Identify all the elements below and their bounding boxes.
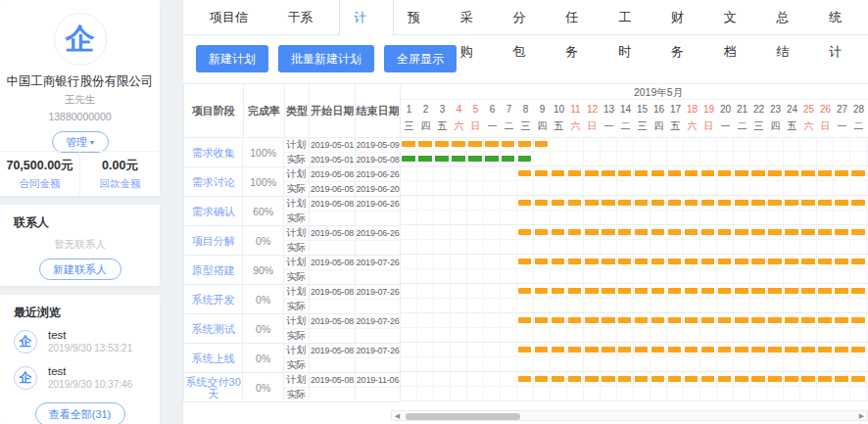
- end-date: [356, 270, 401, 284]
- stage-name-link[interactable]: 需求确认: [184, 197, 243, 225]
- header-progress: 完成率: [244, 84, 285, 137]
- gantt-day-number: 22: [750, 100, 767, 118]
- gantt-weekday: 日: [700, 118, 717, 137]
- tab-subcontract[interactable]: 分包: [500, 0, 553, 35]
- contract-amount-label[interactable]: 合同金额: [0, 177, 79, 191]
- end-date: [356, 212, 401, 225]
- header-stage: 项目阶段: [184, 84, 244, 137]
- actual-subrow: 实际: [284, 300, 401, 313]
- actual-subrow: 实际2019-06-052019-06-20: [284, 182, 401, 196]
- plan-subrow: 计划2019-05-082019-06-26: [284, 167, 401, 182]
- progress-value: 100%: [243, 138, 284, 166]
- gantt-weekday: 四: [534, 118, 551, 137]
- type-label: 计划: [284, 256, 310, 269]
- actual-subrow: 实际: [284, 270, 401, 284]
- type-label: 计划: [284, 344, 310, 357]
- gantt-weekday: 二: [850, 118, 867, 137]
- type-label: 计划: [284, 314, 310, 328]
- tab-work-hours[interactable]: 工时: [604, 0, 657, 35]
- contact-name: 王先生: [0, 93, 160, 107]
- tab-summary[interactable]: 总结: [762, 0, 815, 35]
- gantt-grid-body: [401, 137, 868, 401]
- stage-name-link[interactable]: 项目分解: [184, 226, 243, 255]
- scroll-right-arrow-icon[interactable]: ▶: [856, 411, 867, 420]
- stage-row: 系统测试0%计划2019-05-082019-07-26实际: [184, 314, 401, 344]
- recent-item[interactable]: 企test2019/9/30 10:37:46: [0, 357, 160, 394]
- recent-item-name: test: [48, 329, 132, 341]
- stage-subrows: 计划2019-05-082019-06-26实际2019-06-052019-0…: [284, 167, 401, 196]
- gantt-scrollbar[interactable]: ◀ ▶: [391, 410, 868, 421]
- tab-plan[interactable]: 计划: [339, 0, 394, 35]
- tab-project-info[interactable]: 项目信息: [196, 0, 274, 35]
- recent-item[interactable]: 企test2019/9/30 13:53:21: [0, 321, 160, 357]
- view-all-button[interactable]: 查看全部(31): [35, 402, 125, 424]
- tab-tasks[interactable]: 任务: [552, 0, 604, 35]
- recent-item-text: test2019/9/30 10:37:46: [48, 365, 132, 390]
- type-label: 实际: [284, 358, 310, 372]
- gantt-day-row: 1234567891011121314151617181920212223242…: [401, 100, 867, 118]
- tab-budget[interactable]: 预算: [394, 0, 447, 35]
- plan-subrow: 计划2019-05-012019-05-09: [284, 138, 401, 153]
- end-date: 2019-07-26: [356, 314, 401, 328]
- gantt-weekday: 日: [817, 118, 834, 137]
- gantt-bar-plan[interactable]: [518, 288, 868, 294]
- start-date: 2019-06-05: [310, 182, 356, 196]
- gantt-fixed-body: 需求收集100%计划2019-05-012019-05-09实际2019-05-…: [184, 138, 401, 402]
- stage-subrows: 计划2019-05-082019-07-26实际: [284, 344, 401, 372]
- start-date: 2019-05-01: [310, 138, 356, 152]
- stage-name-link[interactable]: 系统上线: [184, 344, 243, 372]
- start-date: 2019-05-08: [310, 197, 356, 211]
- plan-subrow: 计划2019-05-082019-07-26: [284, 285, 401, 300]
- stage-name-link[interactable]: 需求讨论: [184, 167, 243, 196]
- recent-item-text: test2019/9/30 13:53:21: [48, 329, 132, 353]
- gantt-day-number: 2: [417, 100, 434, 118]
- gantt-bar-plan[interactable]: [518, 170, 868, 176]
- new-plan-button[interactable]: 新建计划: [196, 45, 268, 72]
- gantt-day-number: 27: [834, 100, 850, 118]
- received-amount-label[interactable]: 回款金额: [80, 177, 160, 191]
- stage-name-link[interactable]: 需求收集: [184, 138, 243, 166]
- company-logo-icon: 企: [14, 330, 37, 353]
- tab-procurement[interactable]: 采购: [447, 0, 500, 35]
- gantt-weekday: 一: [484, 118, 501, 137]
- caret-down-icon: ▾: [90, 138, 94, 147]
- progress-value: 0%: [243, 226, 284, 255]
- stage-name-link[interactable]: 系统开发: [184, 285, 243, 313]
- stage-subrows: 计划2019-05-082019-06-26实际: [284, 197, 401, 225]
- new-contact-button[interactable]: 新建联系人: [39, 259, 121, 280]
- stage-name-link[interactable]: 系统交付30天: [184, 373, 243, 401]
- gantt-bar-plan[interactable]: [518, 259, 868, 264]
- gantt-weekday: 三: [517, 118, 534, 137]
- gantt-day-number: 14: [617, 100, 634, 118]
- recent-card: 最近浏览 企test2019/9/30 13:53:21企test2019/9/…: [0, 295, 160, 424]
- gantt-day-number: 9: [534, 100, 551, 118]
- manage-button[interactable]: 管理 ▾: [52, 131, 109, 153]
- scroll-left-arrow-icon[interactable]: ◀: [392, 411, 403, 420]
- gantt-bar-plan[interactable]: [518, 200, 868, 206]
- gantt-timeline: 2019年5月 12345678910111213141516171819202…: [401, 83, 868, 137]
- stage-name-link[interactable]: 原型搭建: [184, 256, 243, 284]
- actual-subrow: 实际: [284, 212, 401, 225]
- gantt-bar-plan[interactable]: [402, 141, 548, 147]
- gantt-bar-plan[interactable]: [518, 376, 868, 382]
- gantt-bar-actual[interactable]: [402, 156, 531, 162]
- tab-documents[interactable]: 文档: [710, 0, 763, 35]
- contacts-card: 联系人 暂无联系人 新建联系人: [0, 205, 160, 286]
- gantt-weekday: 二: [734, 118, 750, 137]
- tab-bar: 项目信息干系人计划预算采购分包任务工时财务文档总结统计: [183, 0, 868, 35]
- fullscreen-button[interactable]: 全屏显示: [384, 45, 457, 72]
- gantt-weekday: 四: [417, 118, 434, 137]
- gantt-bar-plan[interactable]: [518, 229, 868, 235]
- stage-name-link[interactable]: 系统测试: [184, 314, 243, 343]
- tab-statistics[interactable]: 统计: [815, 0, 868, 35]
- gantt-day-number: 15: [634, 100, 651, 118]
- stage-row: 需求确认60%计划2019-05-082019-06-26实际: [184, 197, 401, 226]
- end-date: [356, 300, 401, 313]
- gantt-bar-plan[interactable]: [518, 317, 868, 323]
- gantt-bar-plan[interactable]: [518, 347, 868, 353]
- scrollbar-thumb[interactable]: [406, 413, 520, 420]
- progress-value: 0%: [243, 373, 284, 401]
- gantt-day-number: 23: [767, 100, 784, 118]
- tab-stakeholders[interactable]: 干系人: [274, 0, 340, 35]
- tab-finance[interactable]: 财务: [657, 0, 710, 35]
